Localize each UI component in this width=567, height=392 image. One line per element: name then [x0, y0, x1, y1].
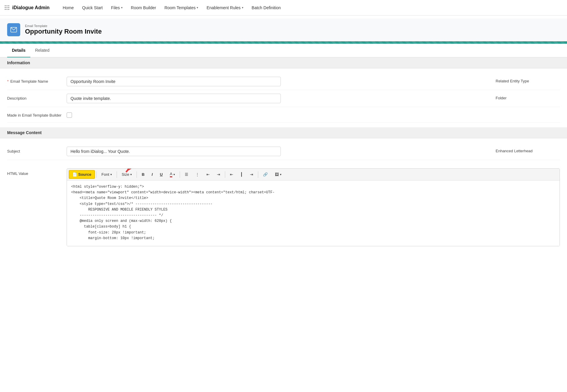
- source-icon: 📄: [72, 172, 77, 177]
- enablement-rules-chevron-icon: ▾: [242, 6, 243, 9]
- subject-field: [67, 147, 488, 156]
- enhanced-letterhead-label: Enhanced Letterhead: [488, 147, 560, 153]
- bold-button[interactable]: B: [138, 170, 148, 178]
- message-content-section-header: Message Content: [0, 127, 567, 138]
- description-row: Description Folder: [7, 90, 560, 107]
- link-icon: 🔗: [263, 172, 268, 177]
- size-chevron-icon: ▾: [130, 173, 132, 176]
- editor-wrapper: 📄 Source Font ▾ Size ▾ B: [67, 168, 560, 246]
- italic-button[interactable]: I: [148, 170, 156, 178]
- made-in-builder-row: Made in Email Template Builder: [7, 107, 560, 123]
- tab-details[interactable]: Details: [7, 44, 30, 57]
- related-entity-type-label: Related Entity Type: [488, 77, 560, 83]
- font-chevron-icon: ▾: [110, 173, 112, 176]
- nav-batch-definition[interactable]: Batch Definition: [248, 4, 284, 12]
- required-indicator: *: [7, 79, 9, 84]
- ordered-list-button[interactable]: ☰: [181, 170, 192, 178]
- made-in-builder-field: [67, 111, 560, 119]
- nav-items: Home Quick Start Files ▾ Room Builder Ro…: [59, 4, 284, 12]
- image-icon: 🖼: [275, 172, 279, 177]
- folder-label: Folder: [488, 94, 560, 100]
- html-value-label: HTML Value: [7, 168, 67, 176]
- unordered-list-button[interactable]: ⋮: [192, 170, 203, 178]
- image-chevron-icon: ▾: [280, 173, 281, 176]
- separator-2: [117, 171, 117, 178]
- page-title-area: Email Template Opportunity Room Invite: [25, 24, 102, 35]
- nav-bar: iDialogue Admin Home Quick Start Files ▾…: [0, 0, 567, 15]
- link-button[interactable]: 🔗: [260, 170, 271, 178]
- description-label: Description: [7, 94, 67, 101]
- teal-banner-bottom: [0, 41, 567, 44]
- room-templates-chevron-icon: ▾: [197, 6, 198, 9]
- description-input[interactable]: [67, 94, 281, 103]
- made-in-builder-checkbox[interactable]: [67, 112, 72, 118]
- email-template-name-label: * Email Template Name: [7, 77, 67, 84]
- editor-content[interactable]: <html style="overflow-y: hidden;"> <head…: [67, 181, 560, 246]
- align-right-button[interactable]: ⇥: [247, 170, 256, 178]
- nav-files[interactable]: Files ▾: [107, 4, 126, 12]
- made-in-builder-label: Made in Email Template Builder: [7, 111, 67, 118]
- align-left-button[interactable]: ⇤: [227, 170, 236, 178]
- nav-logo[interactable]: iDialogue Admin: [5, 5, 50, 10]
- email-template-name-input[interactable]: [67, 77, 281, 86]
- information-form: * Email Template Name Related Entity Typ…: [0, 68, 567, 127]
- email-icon-svg: [10, 26, 17, 33]
- subject-label: Subject: [7, 147, 67, 154]
- subject-input[interactable]: [67, 147, 281, 156]
- html-value-row: HTML Value 📄 Source: [7, 165, 560, 250]
- email-template-icon: [7, 23, 20, 36]
- app-name: iDialogue Admin: [12, 5, 50, 10]
- underline-button[interactable]: U: [156, 170, 166, 178]
- size-dropdown[interactable]: Size ▾: [118, 170, 135, 178]
- email-template-name-field: [67, 77, 488, 86]
- email-template-name-row: * Email Template Name Related Entity Typ…: [7, 73, 560, 90]
- separator-3: [137, 171, 137, 178]
- html-value-area: HTML Value 📄 Source: [0, 165, 567, 257]
- nav-enablement-rules[interactable]: Enablement Rules ▾: [203, 4, 247, 12]
- information-section-header: Information: [0, 57, 567, 68]
- nav-quickstart[interactable]: Quick Start: [79, 4, 106, 12]
- editor-toolbar: 📄 Source Font ▾ Size ▾ B: [67, 169, 560, 181]
- message-content-form: Subject Enhanced Letterhead: [0, 138, 567, 165]
- app-grid-icon: [5, 5, 9, 10]
- separator-5: [225, 171, 225, 178]
- tab-related[interactable]: Related: [30, 44, 54, 57]
- font-color-button[interactable]: A ▾: [167, 170, 178, 179]
- source-button[interactable]: 📄 Source: [69, 170, 95, 179]
- subject-row: Subject Enhanced Letterhead: [7, 143, 560, 160]
- decrease-indent-button[interactable]: ⇤: [203, 170, 213, 178]
- teal-banner-top: [0, 15, 567, 18]
- separator-4: [180, 171, 180, 178]
- separator-1: [96, 171, 97, 178]
- increase-indent-button[interactable]: ⇥: [214, 170, 223, 178]
- content-area: Information * Email Template Name Relate…: [0, 57, 567, 257]
- page-subtitle: Email Template: [25, 24, 102, 28]
- align-center-button[interactable]: ┃: [237, 170, 246, 178]
- page-header: Email Template Opportunity Room Invite: [0, 18, 567, 41]
- files-chevron-icon: ▾: [121, 6, 123, 9]
- fontcolor-chevron-icon: ▾: [173, 173, 175, 176]
- separator-6: [258, 171, 258, 178]
- page-title: Opportunity Room Invite: [25, 28, 102, 35]
- nav-home[interactable]: Home: [59, 4, 77, 12]
- tabs-bar: Details Related: [0, 44, 567, 57]
- image-button[interactable]: 🖼 ▾: [272, 170, 285, 178]
- description-field: [67, 94, 488, 103]
- font-dropdown[interactable]: Font ▾: [98, 170, 115, 178]
- nav-room-templates[interactable]: Room Templates ▾: [161, 4, 202, 12]
- nav-room-builder[interactable]: Room Builder: [127, 4, 160, 12]
